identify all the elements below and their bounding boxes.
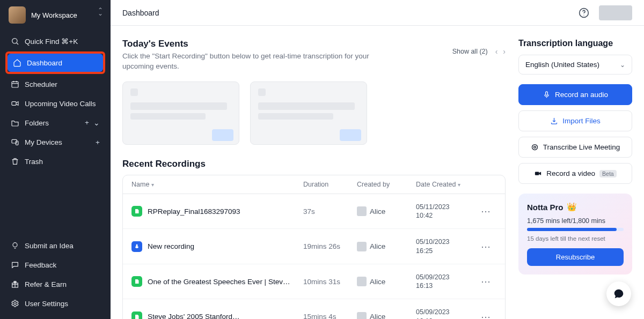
record-audio-button[interactable]: Record an audio xyxy=(518,84,632,105)
chevron-down-icon[interactable]: ⌄ xyxy=(93,118,100,127)
sidebar-footer: Submit an Idea Feedback Refer & Earn Use… xyxy=(0,233,111,319)
sort-icon: ▾ xyxy=(458,182,460,188)
table-row[interactable]: Steve Jobs' 2005 Stanford… 15mins 4s Ali… xyxy=(123,299,505,319)
svg-rect-6 xyxy=(12,102,16,106)
trash-icon xyxy=(11,157,19,166)
more-icon[interactable]: ⋯ xyxy=(475,276,496,287)
workspace-name: My Workspace xyxy=(31,11,77,19)
sidebar-item-feedback[interactable]: Feedback xyxy=(5,256,105,274)
file-date: 05/11/2023 xyxy=(416,203,450,211)
sidebar-item-dashboard[interactable]: Dashboard xyxy=(8,54,103,72)
sidebar-nav: Quick Find ⌘+K Dashboard Scheduler Upcom… xyxy=(0,28,111,175)
col-name[interactable]: Name▾ xyxy=(131,181,303,188)
message-icon xyxy=(11,261,19,269)
events-title: Today's Events xyxy=(122,39,369,49)
avatar xyxy=(357,206,367,216)
col-date[interactable]: Date Created▾ xyxy=(416,181,475,188)
sidebar-item-refer[interactable]: Refer & Earn xyxy=(5,275,105,293)
recent-recordings-title: Recent Recordings xyxy=(122,159,506,169)
button-label: Import Files xyxy=(562,117,601,125)
avatar xyxy=(357,242,367,251)
file-duration: 37s xyxy=(303,207,357,216)
language-value: English (United States) xyxy=(525,61,599,69)
import-files-button[interactable]: Import Files xyxy=(518,110,632,131)
topbar: Dashboard xyxy=(111,0,644,26)
chevron-right-icon[interactable]: › xyxy=(503,47,506,56)
svg-line-1 xyxy=(17,43,18,44)
file-duration: 10mins 31s xyxy=(303,278,357,286)
creator-name: Alice xyxy=(370,242,385,250)
workspace-avatar xyxy=(9,6,26,24)
more-icon[interactable]: ⋯ xyxy=(475,311,496,319)
account-placeholder[interactable] xyxy=(599,5,632,20)
workspace-switcher[interactable]: My Workspace ⌃⌄ xyxy=(0,0,111,28)
table-row[interactable]: RPReplay_Final1683297093 37s Alice 05/11… xyxy=(123,194,505,229)
file-icon xyxy=(131,276,142,287)
button-label: Record a video xyxy=(546,169,595,177)
sidebar-item-scheduler[interactable]: Scheduler xyxy=(5,75,105,93)
svg-rect-2 xyxy=(12,81,18,87)
crown-icon: 👑 xyxy=(567,202,577,212)
nav-label: Trash xyxy=(25,158,43,166)
event-card[interactable] xyxy=(250,81,367,145)
file-date: 05/10/2023 xyxy=(416,238,450,246)
action-buttons: Record an audio Import Files Transcribe … xyxy=(518,84,632,184)
avatar xyxy=(357,277,367,286)
chevron-down-icon: ⌄ xyxy=(620,61,625,69)
chevron-left-icon[interactable]: ‹ xyxy=(495,47,498,56)
sidebar-item-settings[interactable]: User Settings xyxy=(5,294,105,313)
svg-point-9 xyxy=(13,243,17,247)
svg-point-16 xyxy=(583,14,584,15)
table-row[interactable]: One of the Greatest Speeches Ever | Stev… xyxy=(123,264,505,300)
table-row[interactable]: New recording 19mins 26s Alice 05/10/202… xyxy=(123,229,505,264)
video-icon xyxy=(11,99,19,108)
nav-label: Refer & Earn xyxy=(25,280,67,288)
add-folder-icon[interactable]: + xyxy=(85,118,89,127)
avatar xyxy=(357,312,367,319)
show-all-link[interactable]: Show all (2) xyxy=(452,48,488,55)
calendar-icon xyxy=(11,80,19,88)
file-duration: 15mins 4s xyxy=(303,313,357,319)
chat-fab[interactable] xyxy=(606,281,631,306)
home-icon xyxy=(13,58,21,67)
svg-point-0 xyxy=(12,39,17,43)
transcription-language-panel: Transcription language English (United S… xyxy=(518,39,632,75)
creator-name: Alice xyxy=(370,207,385,216)
usage-bar xyxy=(527,228,624,231)
events-subtitle: Click the "Start Recording" button below… xyxy=(122,51,369,72)
col-created-by[interactable]: Created by xyxy=(357,181,416,188)
svg-rect-18 xyxy=(546,92,548,95)
todays-events-header: Today's Events Click the "Start Recordin… xyxy=(122,39,506,72)
help-icon[interactable] xyxy=(579,8,589,18)
file-icon xyxy=(131,311,142,319)
col-duration[interactable]: Duration xyxy=(303,181,357,188)
nav-label: My Devices xyxy=(25,138,62,146)
add-device-icon[interactable]: + xyxy=(96,138,100,146)
sidebar-item-submit-idea[interactable]: Submit an Idea xyxy=(5,236,105,255)
file-time: 16:10 xyxy=(416,317,433,319)
sidebar-item-quick-find[interactable]: Quick Find ⌘+K xyxy=(5,32,105,50)
gift-icon xyxy=(11,280,19,288)
sidebar-item-trash[interactable]: Trash xyxy=(5,152,105,170)
sidebar-item-devices[interactable]: My Devices + xyxy=(5,133,105,151)
button-label: Record an audio xyxy=(555,91,608,99)
sort-icon: ▾ xyxy=(151,182,154,188)
more-icon[interactable]: ⋯ xyxy=(475,241,496,253)
record-video-button[interactable]: Record a video Beta xyxy=(518,163,632,184)
nav-label: Dashboard xyxy=(27,59,62,67)
sidebar-item-upcoming-calls[interactable]: Upcoming Video Calls xyxy=(5,94,105,113)
sidebar-item-folders[interactable]: Folders + ⌄ xyxy=(5,114,105,132)
nav-label: Submit an Idea xyxy=(25,242,74,250)
language-select[interactable]: English (United States) ⌄ xyxy=(518,55,632,75)
transcribe-live-button[interactable]: Transcribe Live Meeting xyxy=(518,137,632,158)
mic-file-icon xyxy=(131,241,142,252)
resubscribe-button[interactable]: Resubscribe xyxy=(527,248,624,266)
folder-icon xyxy=(11,118,19,127)
more-icon[interactable]: ⋯ xyxy=(475,205,496,217)
file-time: 16:25 xyxy=(416,247,433,255)
event-card[interactable] xyxy=(122,81,239,145)
pro-subtext: 15 days left till the next reset xyxy=(527,235,624,242)
nav-label: Upcoming Video Calls xyxy=(25,100,96,108)
chevron-updown-icon: ⌃⌄ xyxy=(98,9,103,15)
notta-pro-card: Notta Pro 👑 1,675 mins left/1,800 mins 1… xyxy=(518,194,632,275)
